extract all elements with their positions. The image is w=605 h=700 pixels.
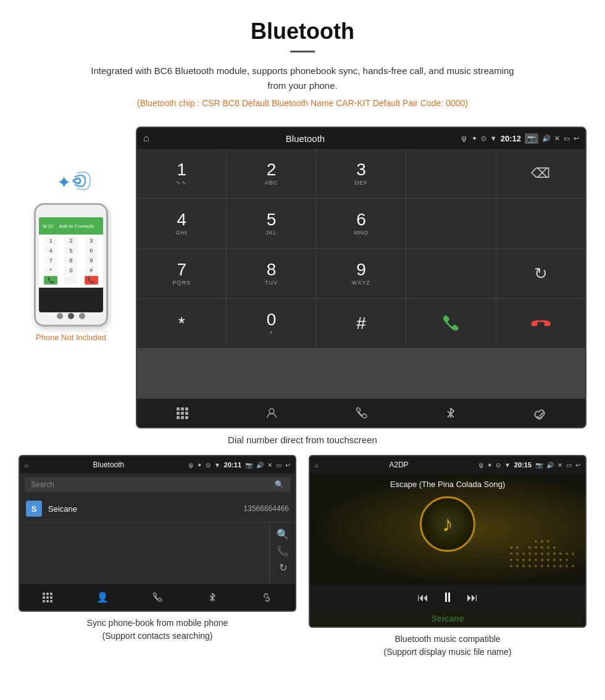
call-green-icon: [440, 312, 462, 335]
svg-rect-11: [43, 593, 45, 595]
svg-rect-15: [46, 596, 49, 599]
svg-point-29: [565, 565, 568, 567]
bottom-contacts-icon[interactable]: [227, 399, 316, 427]
phone-screen-body: 1 2 3 4 5 6 7 8 9 *: [39, 235, 103, 288]
pb-bottom-link[interactable]: [240, 589, 295, 606]
svg-rect-13: [50, 593, 52, 595]
back-icon: ↩: [574, 135, 579, 143]
dial-refresh[interactable]: ↻: [496, 249, 585, 298]
svg-point-39: [559, 559, 562, 561]
music-usb-icon: ψ: [479, 462, 483, 469]
dial-call-red[interactable]: [496, 299, 585, 348]
phone-bottom-bar: [36, 312, 106, 320]
phone-key-3: 3: [85, 236, 98, 245]
bottom-dialpad-icon[interactable]: [137, 399, 227, 427]
title-divider: [290, 51, 315, 52]
svg-point-59: [510, 546, 512, 549]
pb-contact-row[interactable]: S Seicane 13566664466: [20, 496, 295, 522]
dial-empty-3: [496, 199, 585, 248]
dial-key-1[interactable]: 1 ∿∿: [137, 149, 226, 198]
dial-key-3[interactable]: 3 DEF: [317, 149, 406, 198]
dial-key-6[interactable]: 6 MNO: [317, 199, 406, 248]
svg-rect-5: [181, 412, 184, 415]
phone-mock: M:21 Add to Contacts 1 2 3 4 5 6: [34, 203, 108, 327]
phone-key-7: 7: [44, 256, 57, 265]
dial-key-hash[interactable]: #: [317, 299, 406, 348]
dial-key-4[interactable]: 4 GHI: [137, 199, 226, 248]
pb-vol-icon: 🔊: [256, 462, 264, 469]
pb-search-bar[interactable]: Search 🔍: [25, 477, 290, 492]
pb-side-refresh-icon[interactable]: ↻: [279, 562, 287, 573]
phone-key-6: 6: [85, 246, 98, 255]
dial-key-7[interactable]: 7 PQRS: [137, 249, 226, 298]
svg-point-43: [535, 552, 537, 555]
music-bt-icon: ✦: [487, 462, 492, 469]
phone-call-red: 📞: [85, 276, 98, 285]
pb-side-call-icon[interactable]: 📞: [277, 545, 289, 557]
svg-rect-1: [177, 407, 180, 410]
dial-key-star[interactable]: *: [137, 299, 226, 348]
dial-key-5[interactable]: 5 JKL: [227, 199, 315, 248]
phone-key-9: 9: [85, 256, 98, 265]
svg-rect-14: [43, 596, 45, 599]
pb-search-icon[interactable]: 🔍: [275, 480, 284, 489]
dial-key-2[interactable]: 2 ABC: [227, 149, 315, 198]
music-next-icon[interactable]: ⏭: [467, 591, 478, 604]
pb-bottom-contacts[interactable]: 👤: [75, 589, 130, 606]
pb-contact-name: Seicane: [48, 504, 238, 514]
music-win-icon: ▭: [566, 462, 572, 469]
bottom-call-icon[interactable]: [316, 399, 406, 427]
music-statusbar: ⌂ A2DP ψ ✦ ⊙ ▼ 20:15 📷 🔊 ✕ ▭ ↩: [310, 456, 585, 473]
svg-point-23: [528, 565, 531, 567]
bottom-screenshots: ⌂ Bluetooth ψ ✦ ⊙ ▼ 20:11 📷 🔊 ✕ ▭ ↩ Sear…: [0, 455, 605, 659]
dial-call-green[interactable]: [406, 299, 495, 348]
svg-point-31: [510, 559, 512, 561]
pb-bottom-call[interactable]: [130, 589, 185, 606]
pb-search-placeholder: Search: [31, 480, 275, 489]
dial-key-9[interactable]: 9 WXYZ: [317, 249, 406, 298]
svg-point-34: [528, 559, 531, 561]
page-header: Bluetooth Integrated with BC6 Bluetooth …: [0, 0, 605, 127]
page-title: Bluetooth: [37, 19, 568, 44]
call-log-icon: [354, 406, 368, 420]
svg-point-44: [541, 552, 543, 555]
pb-title: Bluetooth: [32, 460, 185, 469]
svg-point-37: [547, 559, 549, 561]
pb-back-icon: ↩: [285, 462, 290, 469]
music-song-title: Escape (The Pina Colada Song): [390, 480, 505, 489]
pb-win-icon: ▭: [276, 462, 282, 469]
music-time: 20:15: [514, 461, 532, 469]
svg-rect-7: [177, 416, 180, 419]
svg-point-36: [541, 559, 543, 561]
svg-point-46: [553, 552, 556, 555]
pb-loc-icon: ⊙: [206, 462, 211, 469]
dialpad-screen: ⌂ Bluetooth ψ ✦ ⊙ ▼ 20:12 📷 🔊 ✕ ▭ ↩ 1 ∿∿: [136, 127, 586, 428]
screen-title: Bluetooth: [154, 133, 457, 144]
pb-statusbar: ⌂ Bluetooth ψ ✦ ⊙ ▼ 20:11 📷 🔊 ✕ ▭ ↩: [20, 456, 295, 473]
dialpad-bottom-bar: [137, 398, 585, 427]
svg-point-33: [522, 559, 525, 561]
svg-point-60: [565, 552, 568, 555]
pb-side-search-icon[interactable]: 🔍: [277, 528, 289, 540]
phone-keypad-row: 1 2 3: [41, 236, 101, 245]
bottom-link-icon[interactable]: [496, 399, 585, 427]
pb-time: 20:11: [224, 461, 241, 469]
phone-key-8: 8: [64, 256, 78, 265]
dial-key-8[interactable]: 8 TUV: [227, 249, 315, 298]
pb-bottom-keypad[interactable]: [20, 589, 75, 606]
music-play-icon[interactable]: ⏸: [441, 590, 454, 606]
bottom-bluetooth-icon[interactable]: [406, 399, 496, 427]
dial-key-0[interactable]: 0 +: [227, 299, 315, 348]
dial-backspace[interactable]: ⌫: [496, 149, 585, 198]
music-home-icon: ⌂: [315, 462, 319, 469]
screen-statusbar: ⌂ Bluetooth ψ ✦ ⊙ ▼ 20:12 📷 🔊 ✕ ▭ ↩: [137, 128, 585, 149]
location-icon: ⊙: [481, 135, 486, 143]
music-prev-icon[interactable]: ⏮: [417, 591, 428, 604]
phone-key-star: *: [44, 266, 57, 275]
svg-point-26: [547, 565, 549, 567]
svg-point-51: [547, 546, 549, 549]
link-icon: [533, 406, 547, 420]
pb-bottom-bluetooth[interactable]: [185, 589, 240, 606]
phone-key-1: 1: [44, 236, 57, 245]
svg-rect-16: [50, 596, 52, 599]
